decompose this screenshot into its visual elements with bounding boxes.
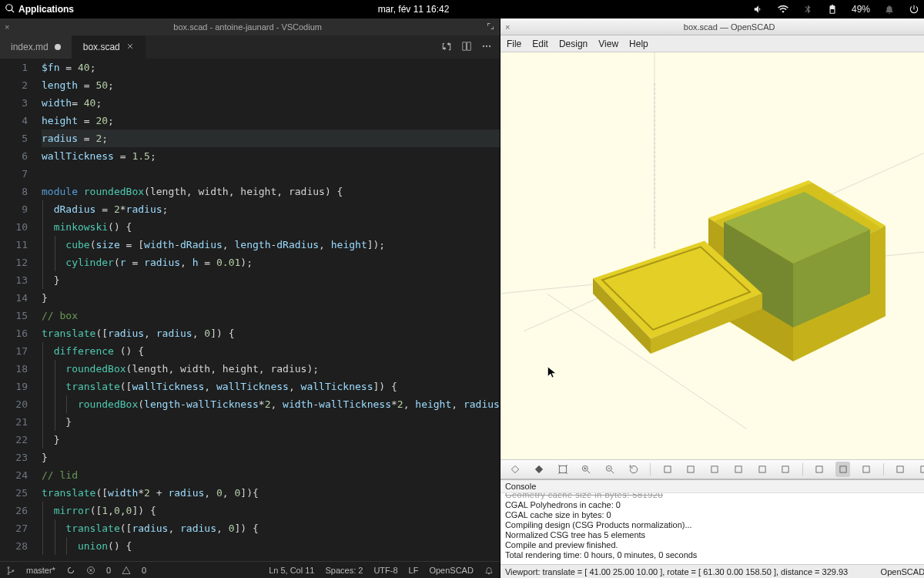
code-line[interactable]: translate([width*2 + radius, 0, 0]){	[42, 484, 500, 502]
viewport-readout: Viewport: translate = [ 41.00 25.00 10.0…	[505, 567, 848, 576]
close-icon[interactable]: ×	[505, 22, 510, 32]
status-encoding[interactable]: UTF-8	[373, 566, 397, 575]
menu-edit[interactable]: Edit	[532, 39, 548, 49]
code-line[interactable]: width= 40;	[42, 94, 500, 112]
edges-icon[interactable]	[916, 462, 924, 477]
code-line[interactable]: dRadius = 2*radius;	[42, 200, 500, 218]
code-line[interactable]: }	[42, 289, 500, 307]
maximize-icon[interactable]	[480, 22, 495, 32]
code-line[interactable]: wallTickness = 1.5;	[42, 147, 500, 165]
battery-icon[interactable]	[827, 4, 838, 15]
console-line: CGAL cache size in bytes: 0	[505, 510, 924, 520]
svg-point-1	[486, 45, 487, 46]
openscad-toolbar	[500, 459, 924, 479]
notifications-off-icon[interactable]	[884, 4, 895, 15]
code-area[interactable]: $fn = 40;length = 50;width= 40;height = …	[40, 59, 500, 561]
editor-tab[interactable]: box.scad	[72, 35, 146, 59]
sync-icon[interactable]	[66, 565, 75, 575]
system-tray: 49%	[753, 4, 919, 15]
bluetooth-off-icon[interactable]	[802, 4, 813, 15]
code-line[interactable]: module roundedBox(length, width, height,…	[42, 183, 500, 200]
code-line[interactable]: }	[42, 271, 500, 289]
code-line[interactable]: translate([radius, radius, 0]) {	[42, 324, 500, 342]
openscad-viewport[interactable]: z y x	[500, 52, 924, 459]
console-line: Total rendering time: 0 hours, 0 minutes…	[505, 550, 924, 560]
code-line[interactable]: roundedBox(length-wallTickness*2, width-…	[42, 395, 500, 413]
menu-help[interactable]: Help	[629, 39, 648, 49]
warning-icon[interactable]	[122, 565, 131, 575]
close-tab-icon[interactable]	[126, 42, 134, 52]
code-line[interactable]: union() {	[42, 537, 500, 555]
status-language[interactable]: OpenSCAD	[429, 566, 473, 575]
volume-icon[interactable]	[753, 4, 764, 15]
status-cursor[interactable]: Ln 5, Col 11	[269, 566, 314, 575]
perspective-icon[interactable]	[835, 462, 850, 477]
zoom-in-icon[interactable]	[579, 462, 594, 477]
code-line[interactable]: roundedBox(length, width, height, radius…	[42, 360, 500, 378]
axes-icon[interactable]	[893, 462, 908, 477]
wifi-icon[interactable]	[778, 4, 788, 15]
error-icon[interactable]	[86, 565, 95, 575]
render-icon[interactable]	[532, 462, 547, 477]
front-icon[interactable]	[755, 462, 769, 477]
reset-view-icon[interactable]	[627, 462, 641, 477]
diag-icon[interactable]	[812, 462, 827, 477]
bottom-icon[interactable]	[731, 462, 745, 477]
code-line[interactable]: minkowski() {	[42, 218, 500, 236]
menu-file[interactable]: File	[507, 39, 521, 49]
openscad-statusbar: Viewport: translate = [ 41.00 25.00 10.0…	[500, 564, 924, 578]
tab-label: index.md	[11, 42, 49, 52]
preview-icon[interactable]	[508, 462, 523, 477]
code-line[interactable]: difference () {	[42, 342, 500, 360]
code-line[interactable]: mirror([1,0,0]) {	[42, 502, 500, 519]
svg-marker-15	[512, 465, 519, 472]
feedback-icon[interactable]	[484, 565, 494, 575]
ortho-icon[interactable]	[859, 462, 874, 477]
menu-view[interactable]: View	[598, 39, 618, 49]
openscad-version: OpenSCAD 2015.03	[881, 567, 924, 576]
split-editor-icon[interactable]	[461, 41, 472, 54]
code-line[interactable]: // box	[42, 307, 500, 324]
back-icon[interactable]	[778, 462, 793, 477]
line-gutter: 1234567891011121314151617181920212223242…	[0, 59, 40, 561]
status-eol[interactable]: LF	[409, 566, 419, 575]
code-line[interactable]: }	[42, 431, 500, 449]
code-editor[interactable]: 1234567891011121314151617181920212223242…	[0, 59, 500, 561]
more-icon[interactable]	[481, 41, 492, 54]
code-line[interactable]: }	[42, 449, 500, 466]
clock[interactable]: mar, fév 11 16:42	[74, 4, 753, 15]
left-icon[interactable]	[660, 462, 675, 477]
code-line[interactable]: radius = 2;	[42, 129, 500, 147]
code-line[interactable]: translate([wallTickness, wallTickness, w…	[42, 378, 500, 395]
code-line[interactable]	[42, 165, 500, 183]
view-all-icon[interactable]	[555, 462, 570, 477]
svg-rect-25	[782, 466, 788, 472]
console-line: Compiling design (CSG Products normaliza…	[505, 520, 924, 530]
close-icon[interactable]: ×	[5, 22, 9, 32]
menu-design[interactable]: Design	[559, 39, 588, 49]
power-icon[interactable]	[909, 4, 919, 15]
editor-tab[interactable]: index.md	[0, 35, 72, 59]
search-icon[interactable]	[5, 3, 15, 16]
code-line[interactable]: }	[42, 413, 500, 431]
code-line[interactable]: // lid	[42, 466, 500, 484]
status-branch[interactable]: master*	[26, 566, 55, 575]
tab-tools	[441, 35, 500, 59]
code-line[interactable]: translate([radius, radius, 0]) {	[42, 519, 500, 537]
code-line[interactable]: cylinder(r = radius, h = 0.01);	[42, 254, 500, 271]
status-warnings[interactable]: 0	[142, 566, 146, 575]
code-line[interactable]: height = 20;	[42, 112, 500, 129]
status-indent[interactable]: Spaces: 2	[325, 566, 363, 575]
zoom-out-icon[interactable]	[603, 462, 618, 477]
code-line[interactable]: length = 50;	[42, 76, 500, 94]
compare-icon[interactable]	[441, 41, 452, 54]
top-icon[interactable]	[708, 462, 722, 477]
status-errors[interactable]: 0	[106, 566, 111, 575]
applications-menu[interactable]: Applications	[18, 4, 74, 15]
right-icon[interactable]	[684, 462, 698, 477]
code-line[interactable]: cube(size = [width-dRadius, length-dRadi…	[42, 236, 500, 254]
git-branch-icon[interactable]	[6, 565, 15, 575]
console-output[interactable]: Geometry cache size in bytes: 581920CGAL…	[500, 493, 924, 564]
console-line: Normalized CSG tree has 5 elements	[505, 530, 924, 540]
code-line[interactable]: $fn = 40;	[42, 59, 500, 76]
